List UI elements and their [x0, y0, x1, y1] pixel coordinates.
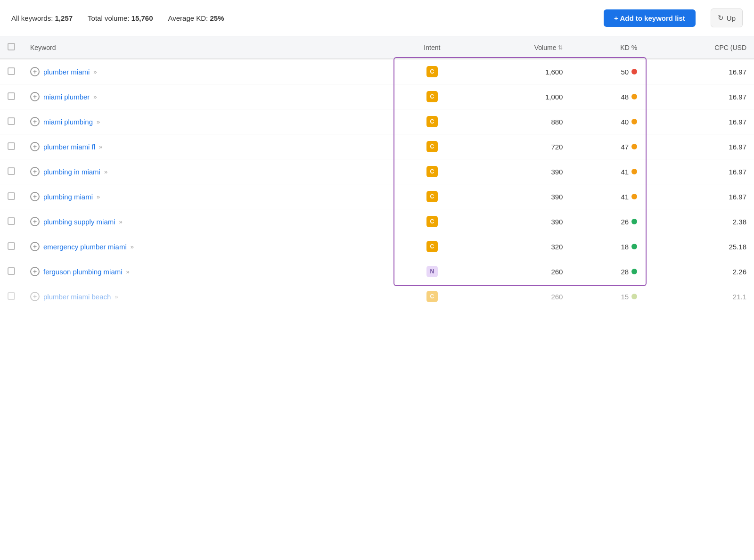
row-checkbox-cell	[0, 134, 23, 159]
row-checkbox-cell	[0, 209, 23, 234]
kd-cell: 18	[570, 234, 645, 259]
add-keyword-icon[interactable]: +	[30, 142, 40, 151]
keyword-text: plumber miami fl	[43, 143, 95, 151]
kd-value: 47	[621, 143, 629, 151]
add-keyword-icon[interactable]: +	[30, 267, 40, 276]
sort-icon: ⇅	[558, 44, 563, 51]
keyword-link[interactable]: +miami plumbing»	[30, 117, 388, 126]
row-checkbox[interactable]	[8, 142, 15, 150]
row-checkbox-cell	[0, 184, 23, 209]
keyword-link[interactable]: +plumber miami fl»	[30, 142, 388, 151]
add-to-keyword-list-button[interactable]: + Add to keyword list	[604, 9, 696, 27]
intent-badge: C	[426, 66, 438, 77]
top-bar: All keywords: 1,257 Total volume: 15,760…	[0, 0, 754, 36]
select-all-checkbox[interactable]	[8, 43, 15, 50]
refresh-icon: ↻	[718, 14, 724, 22]
kd-cell: 26	[570, 209, 645, 234]
keyword-link[interactable]: +plumber miami beach»	[30, 292, 388, 301]
keyword-text: miami plumber	[43, 93, 90, 101]
table-row: +miami plumbing»C8804016.97	[0, 109, 754, 134]
keyword-link[interactable]: +plumbing miami»	[30, 192, 388, 201]
kd-dot	[631, 144, 637, 149]
keyword-link[interactable]: +emergency plumber miami»	[30, 242, 388, 251]
chevrons-icon: »	[97, 193, 100, 200]
table-row: +ferguson plumbing miami»N260282.26	[0, 259, 754, 284]
row-checkbox-cell	[0, 59, 23, 84]
kd-cell: 40	[570, 109, 645, 134]
table-row: +plumber miami»C1,6005016.97	[0, 59, 754, 84]
volume-cell: 390	[469, 184, 571, 209]
kd-cell: 15	[570, 284, 645, 309]
row-checkbox-cell	[0, 84, 23, 109]
cpc-cell: 16.97	[645, 159, 754, 184]
cpc-cell: 16.97	[645, 59, 754, 84]
add-keyword-icon[interactable]: +	[30, 242, 40, 251]
table-row: +plumbing miami»C3904116.97	[0, 184, 754, 209]
volume-cell: 720	[469, 134, 571, 159]
row-checkbox[interactable]	[8, 192, 15, 200]
add-keyword-icon[interactable]: +	[30, 192, 40, 201]
header-intent: Intent	[395, 36, 469, 59]
cpc-cell: 16.97	[645, 109, 754, 134]
intent-badge: C	[426, 91, 438, 102]
intent-cell: C	[395, 184, 469, 209]
row-checkbox[interactable]	[8, 92, 15, 100]
add-keyword-icon[interactable]: +	[30, 167, 40, 176]
row-checkbox[interactable]	[8, 292, 15, 300]
keyword-link[interactable]: +plumbing supply miami»	[30, 217, 388, 226]
volume-cell: 1,000	[469, 84, 571, 109]
row-checkbox[interactable]	[8, 242, 15, 250]
keyword-text: ferguson plumbing miami	[43, 268, 123, 276]
volume-cell: 880	[469, 109, 571, 134]
add-keyword-icon[interactable]: +	[30, 217, 40, 226]
row-checkbox[interactable]	[8, 217, 15, 225]
kd-cell: 41	[570, 184, 645, 209]
cpc-cell: 16.97	[645, 84, 754, 109]
cpc-cell: 16.97	[645, 184, 754, 209]
chevrons-icon: »	[93, 68, 97, 75]
header-checkbox-cell	[0, 36, 23, 59]
keyword-link[interactable]: +miami plumber»	[30, 92, 388, 101]
kd-dot	[631, 119, 637, 124]
table-row: +emergency plumber miami»C3201825.18	[0, 234, 754, 259]
keyword-cell: +plumbing miami»	[23, 184, 395, 209]
keyword-link[interactable]: +ferguson plumbing miami»	[30, 267, 388, 276]
keyword-text: plumber miami	[43, 68, 90, 76]
intent-cell: C	[395, 109, 469, 134]
row-checkbox[interactable]	[8, 267, 15, 275]
add-keyword-icon[interactable]: +	[30, 292, 40, 301]
kd-dot	[631, 169, 637, 174]
intent-badge: C	[426, 241, 438, 252]
intent-badge: C	[426, 166, 438, 177]
volume-sort-control[interactable]: Volume ⇅	[534, 44, 563, 51]
keyword-text: miami plumbing	[43, 118, 93, 126]
volume-cell: 260	[469, 284, 571, 309]
row-checkbox[interactable]	[8, 117, 15, 125]
keyword-link[interactable]: +plumber miami»	[30, 67, 388, 76]
chevrons-icon: »	[97, 118, 100, 125]
kd-dot	[631, 94, 637, 99]
row-checkbox[interactable]	[8, 167, 15, 175]
keyword-cell: +plumbing in miami»	[23, 159, 395, 184]
intent-badge: C	[426, 116, 438, 127]
kd-value: 26	[621, 218, 629, 226]
kd-dot	[631, 294, 637, 299]
add-keyword-icon[interactable]: +	[30, 117, 40, 126]
row-checkbox[interactable]	[8, 67, 15, 75]
keyword-text: plumbing supply miami	[43, 218, 115, 226]
refresh-label: Up	[727, 14, 736, 22]
table-row: +plumbing supply miami»C390262.38	[0, 209, 754, 234]
cpc-cell: 21.1	[645, 284, 754, 309]
keyword-text: emergency plumber miami	[43, 243, 127, 251]
header-volume[interactable]: Volume ⇅	[469, 36, 571, 59]
chevrons-icon: »	[119, 218, 123, 225]
add-keyword-icon[interactable]: +	[30, 67, 40, 76]
kd-cell: 41	[570, 159, 645, 184]
add-keyword-icon[interactable]: +	[30, 92, 40, 101]
kd-dot	[631, 69, 637, 74]
keyword-link[interactable]: +plumbing in miami»	[30, 167, 388, 176]
refresh-button[interactable]: ↻ Up	[711, 8, 743, 27]
kd-value: 41	[621, 168, 629, 176]
chevrons-icon: »	[115, 293, 118, 300]
kd-cell: 50	[570, 59, 645, 84]
